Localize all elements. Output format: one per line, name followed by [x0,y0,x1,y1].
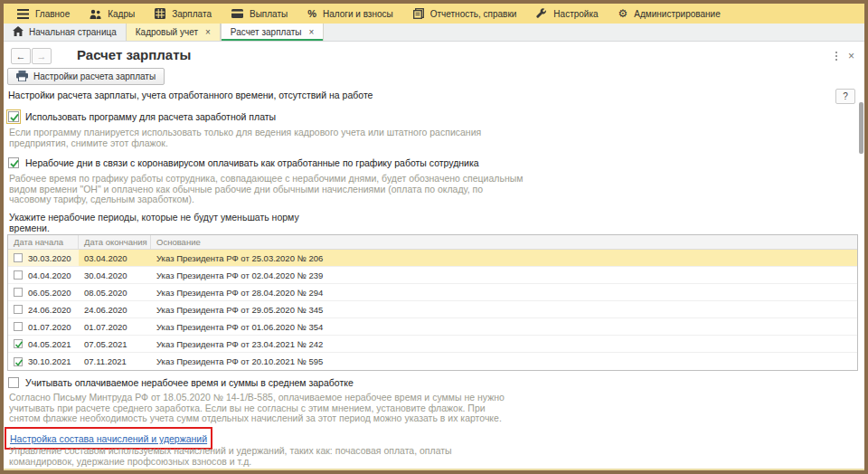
cell-end-date: 08.05.2020 [79,284,151,300]
table-row[interactable]: 04.04.2020 30.04.2020 Указ Президента РФ… [8,267,857,284]
menu-item-kadry[interactable]: Кадры [80,4,145,24]
report-icon [413,8,424,19]
cell-end-date: 07.11.2021 [79,353,151,370]
menu-item-label: Главное [35,9,70,19]
menu-item-label: Выплаты [250,9,288,19]
tab-home[interactable]: Начальная страница [4,24,126,41]
menu-item-nalogi[interactable]: % Налоги и взносы [297,4,403,24]
tab-raschet-zarplaty[interactable]: Расчет зарплаты × [221,24,325,41]
menu-item-nastroyka[interactable]: Настройка [526,4,608,24]
cell-end-date: 07.05.2021 [79,336,151,352]
card-icon [231,9,243,18]
column-header-end[interactable]: Дата окончания [79,235,151,249]
printer-icon [16,71,28,83]
percent-icon: % [307,8,316,19]
button-label: Настройки расчета зарплаты [33,71,156,81]
gear-icon: ⚙ [618,8,628,19]
scrollbar-thumb[interactable] [859,102,863,154]
periods-note: Укажите нерабочие периоды, которые не бу… [9,212,299,233]
hamburger-icon [17,9,29,19]
history-nav: ← → [11,48,52,64]
row-checkbox[interactable] [14,288,23,297]
cell-start-date: 30.10.2021 [28,356,71,366]
tab-label: Начальная страница [29,27,117,37]
accruals-deductions-settings-link[interactable]: Настройка состава начислений и удержаний [10,433,207,444]
row-checkbox[interactable] [14,253,23,262]
checkbox-box[interactable] [8,157,19,168]
cell-start-date: 30.03.2020 [28,253,71,263]
close-tab-icon[interactable]: × [205,27,211,37]
cell-start-date: 04.05.2021 [28,339,71,349]
cell-basis: Указ Президента РФ от 02.04.2020 № 239 [151,267,857,283]
table-header-row: Дата начала Дата окончания Основание [8,235,857,250]
table-row[interactable]: 30.03.2020 03.04.2020 Указ Президента РФ… [8,250,857,267]
checkbox-box[interactable] [8,111,19,122]
row-checkbox[interactable] [14,339,23,348]
accruals-deductions-hint: Управление составом используемых начисле… [9,446,452,467]
use-program-hint: Если программу планируется использовать … [9,128,481,148]
column-header-basis[interactable]: Основание [151,235,857,249]
sections-menu-bar: Главное Кадры Зарплата Выплаты % Налоги … [4,4,864,24]
people-icon [90,9,101,19]
menu-item-vyplaty[interactable]: Выплаты [222,4,297,24]
kebab-icon [832,50,841,62]
cell-end-date: 30.04.2020 [79,267,151,283]
table-row[interactable]: 01.07.2020 01.07.2020 Указ Президента РФ… [8,318,857,336]
menu-item-label: Администрирование [634,9,720,19]
menu-item-label: Настройка [553,9,598,19]
row-checkbox[interactable] [14,357,23,366]
more-menu[interactable] [832,50,841,62]
table-row[interactable]: 24.06.2020 24.06.2020 Указ Президента РФ… [8,301,857,318]
cell-basis: Указ Президента РФ от 29.05.2020 № 345 [151,301,857,318]
row-checkbox[interactable] [14,305,23,314]
checkbox-average-earnings[interactable]: Учитывать оплачиваемое нерабочее время и… [8,377,354,388]
row-checkbox[interactable] [14,322,23,331]
close-tab-icon[interactable]: × [309,27,315,37]
forward-button[interactable]: → [32,48,52,64]
cell-basis: Указ Президента РФ от 28.04.2020 № 294 [151,284,857,300]
cell-basis: Указ Президента РФ от 20.10.2021 № 595 [151,353,857,370]
help-button[interactable]: ? [835,89,855,104]
cell-basis: Указ Президента РФ от 01.06.2020 № 354 [151,318,857,335]
salary-settings-form: ← → Расчет зарплаты × Настройки расчета … [4,42,864,470]
cell-end-date: 01.07.2020 [79,318,151,335]
checkbox-covid-days[interactable]: Нерабочие дни в связи с коронавирусом оп… [8,157,479,168]
table-row[interactable]: 30.10.2021 07.11.2021 Указ Президента РФ… [8,353,857,370]
close-form-button[interactable]: × [845,50,857,62]
cell-start-date: 06.05.2020 [28,288,71,298]
cell-start-date: 01.07.2020 [28,322,71,332]
menu-item-label: Кадры [108,9,135,19]
table-row[interactable]: 06.05.2020 08.05.2020 Указ Президента РФ… [8,284,857,301]
table-row[interactable]: 04.05.2021 07.05.2021 Указ Президента РФ… [8,336,857,353]
back-button[interactable]: ← [11,48,31,64]
cell-basis: Указ Президента РФ от 25.03.2020 № 206 [151,250,857,266]
menu-item-zarplata[interactable]: Зарплата [145,4,222,24]
checkbox-label: Учитывать оплачиваемое нерабочее время и… [25,377,354,388]
menu-item-administrirovanie[interactable]: ⚙ Администрирование [609,4,731,24]
cell-basis: Указ Президента РФ от 23.04.2021 № 242 [151,336,857,352]
menu-item-label: Налоги и взносы [323,9,393,19]
salary-settings-report-button[interactable]: Настройки расчета зарплаты [7,68,165,85]
menu-item-otchetnost[interactable]: Отчетность, справки [403,4,527,24]
checkbox-use-program[interactable]: Использовать программу для расчета зараб… [8,111,276,122]
calculator-icon [155,8,165,19]
cell-start-date: 04.04.2020 [28,270,71,280]
tab-kadrovy-uchet[interactable]: Кадровый учет × [126,24,221,41]
bottom-accent-strip [4,469,864,470]
menu-item-glavnoe[interactable]: Главное [7,4,80,24]
page-title: Расчет зарплаты [77,47,191,62]
section-subtitle: Настройки расчета зарплаты, учета отрабо… [8,90,373,100]
row-checkbox[interactable] [14,270,23,280]
tab-label: Кадровый учет [136,27,198,37]
cell-end-date: 03.04.2020 [79,250,151,266]
tab-label: Расчет зарплаты [231,27,302,37]
tab-bar: Начальная страница Кадровый учет × Расче… [4,24,864,42]
covid-days-hint: Рабочее время по графику работы сотрудни… [9,174,523,205]
column-header-start[interactable]: Дата начала [8,235,79,249]
app-window: Главное Кадры Зарплата Выплаты % Налоги … [0,0,868,474]
checkbox-box[interactable] [8,377,19,388]
menu-item-label: Отчетность, справки [430,9,517,19]
menu-item-label: Зарплата [172,9,212,19]
cell-end-date: 24.06.2020 [79,301,151,318]
checkbox-label: Нерабочие дни в связи с коронавирусом оп… [25,157,479,168]
